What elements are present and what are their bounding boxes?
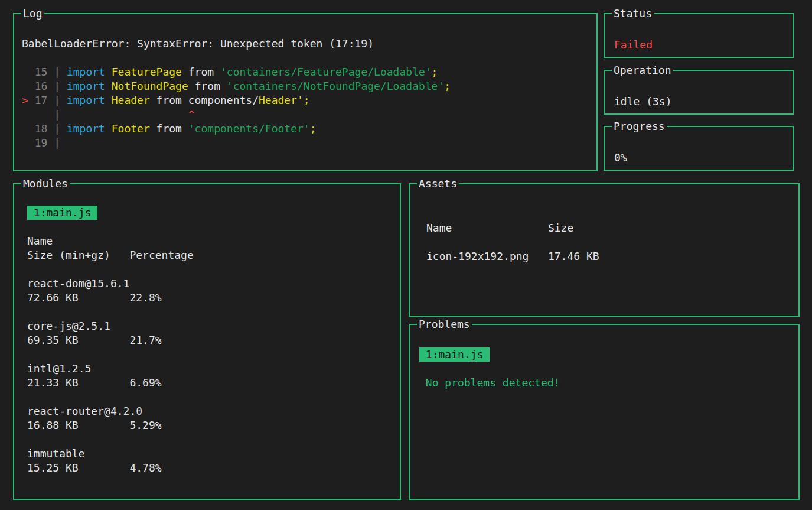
module-size: 16.88 KB xyxy=(27,418,129,433)
status-panel: Status Failed xyxy=(604,13,794,58)
progress-panel-title: Progress xyxy=(612,119,667,134)
module-name: react-router@4.2.0 xyxy=(27,404,400,418)
asset-name: icon-192x192.png xyxy=(426,249,548,264)
status-panel-title: Status xyxy=(612,7,654,21)
line-marker xyxy=(22,80,28,92)
module-percentage: 22.8% xyxy=(129,291,161,304)
module-row: 15.25 KB4.78% xyxy=(27,461,400,475)
module-percentage: 4.78% xyxy=(129,462,161,474)
module-row: 16.88 KB5.29% xyxy=(27,418,400,433)
module-name: intl@1.2.5 xyxy=(27,362,400,376)
module-size: 15.25 KB xyxy=(27,461,129,475)
asset-row: icon-192x192.png17.46 KB xyxy=(426,249,798,264)
assets-table-header: NameSize xyxy=(426,221,798,235)
module-name: react-dom@15.6.1 xyxy=(27,277,400,291)
line-marker xyxy=(22,122,28,135)
assets-panel: Assets NameSize icon-192x192.png17.46 KB xyxy=(409,183,800,317)
operation-panel-title: Operation xyxy=(612,63,673,77)
string-token: 'containers/FeaturePage/Loadable' xyxy=(220,66,432,78)
assets-header-size: Size xyxy=(548,222,573,234)
problems-badge-line: 1:main.js xyxy=(419,347,798,362)
assets-panel-title: Assets xyxy=(417,177,459,191)
plain-token: from xyxy=(188,66,220,78)
keyword-token: import xyxy=(67,122,112,135)
plain-token: from xyxy=(195,80,227,92)
keyword-token: import xyxy=(67,66,112,78)
line-number-gutter: 15 | xyxy=(28,66,67,78)
modules-header-size: Size (min+gz) xyxy=(27,248,129,262)
module-size: 72.66 KB xyxy=(27,291,129,305)
line-number-gutter: 19 | xyxy=(28,137,60,149)
line-marker xyxy=(22,137,28,149)
problems-chunk-badge: 1:main.js xyxy=(419,347,490,362)
string-token: 'components/Footer' xyxy=(188,122,310,135)
asset-size: 17.46 KB xyxy=(548,250,599,262)
problems-panel: Problems 1:main.js No problems detected! xyxy=(409,324,800,500)
modules-chunk-badge: 1:main.js xyxy=(27,206,97,220)
code-line-19: 19 | xyxy=(22,136,591,150)
operation-panel: Operation idle (3s) xyxy=(604,70,794,115)
semicolon-token: ; xyxy=(444,80,451,92)
progress-panel: Progress 0% xyxy=(604,126,794,171)
modules-badge-line: 1:main.js xyxy=(27,206,400,220)
code-line-18: 18 | import Footer from 'components/Foot… xyxy=(22,122,591,136)
module-size: 21.33 KB xyxy=(27,376,129,390)
line-number-gutter: 17 | xyxy=(28,94,67,106)
modules-panel: Modules 1:main.js Name Size (min+gz)Perc… xyxy=(13,183,401,500)
problems-message: No problems detected! xyxy=(419,376,798,390)
line-marker xyxy=(22,66,28,78)
log-panel-title: Log xyxy=(21,7,44,21)
module-percentage: 21.7% xyxy=(129,334,161,346)
identifier-token: FeaturePage xyxy=(112,66,188,78)
caret-marker: ^ xyxy=(67,108,195,121)
module-row: 72.66 KB22.8% xyxy=(27,291,400,305)
module-percentage: 5.29% xyxy=(129,419,161,431)
log-error-message: BabelLoaderError: SyntaxError: Unexpecte… xyxy=(22,37,591,51)
assets-header-name: Name xyxy=(426,221,548,235)
line-number-gutter: 18 | xyxy=(28,122,67,135)
operation-value: idle (3s) xyxy=(614,95,793,109)
plain-token: from xyxy=(156,122,188,135)
module-percentage: 6.69% xyxy=(129,376,161,389)
identifier-token: Header xyxy=(112,94,156,106)
line-marker xyxy=(22,108,28,121)
identifier-token: NotFoundPage xyxy=(112,80,195,92)
module-row: 21.33 KB6.69% xyxy=(27,376,400,390)
error-line-marker: > xyxy=(22,94,28,106)
status-value: Failed xyxy=(614,38,793,52)
code-line-16: 16 | import NotFoundPage from 'container… xyxy=(22,79,591,93)
progress-value: 0% xyxy=(614,151,793,165)
module-name: immutable xyxy=(27,447,400,461)
caret-line: | ^ xyxy=(22,108,591,122)
semicolon-token: ; xyxy=(432,66,438,78)
code-line-17-error: > 17 | import Header from components/Hea… xyxy=(22,93,591,108)
module-row: 69.35 KB21.7% xyxy=(27,333,400,347)
keyword-token: import xyxy=(67,94,112,106)
modules-header-name: Name xyxy=(27,234,400,248)
log-blank-line xyxy=(22,51,591,65)
semicolon-token: ; xyxy=(310,122,317,135)
line-number-gutter: 16 | xyxy=(28,80,67,92)
log-panel: Log BabelLoaderError: SyntaxError: Unexp… xyxy=(13,13,598,171)
modules-header-percentage: Percentage xyxy=(129,249,193,261)
module-size: 69.35 KB xyxy=(27,333,129,347)
problems-panel-title: Problems xyxy=(417,317,472,332)
modules-header-columns: Size (min+gz)Percentage xyxy=(27,248,400,262)
modules-panel-title: Modules xyxy=(21,177,70,191)
string-token: 'containers/NotFoundPage/Loadable' xyxy=(227,80,444,92)
code-line-15: 15 | import FeaturePage from 'containers… xyxy=(22,65,591,79)
identifier-token: Header'; xyxy=(259,94,310,106)
identifier-token: Footer xyxy=(112,122,156,135)
plain-token: from components/ xyxy=(156,94,259,106)
keyword-token: import xyxy=(67,80,112,92)
module-name: core-js@2.5.1 xyxy=(27,319,400,333)
line-number-gutter: | xyxy=(28,108,67,121)
